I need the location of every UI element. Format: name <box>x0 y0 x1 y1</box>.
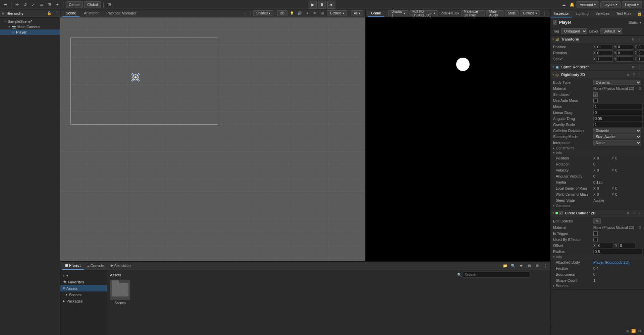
rotation-x-input[interactable] <box>596 50 613 56</box>
tab-animation[interactable]: ▶ Animation <box>107 262 134 270</box>
hierarchy-camera-item[interactable]: ▾ 📷 Main Camera <box>0 24 60 29</box>
grid-icon[interactable]: ⊞ <box>106 1 113 8</box>
layout-button[interactable]: Layout ▾ <box>622 1 642 8</box>
status-icon-3[interactable]: ⚙ <box>638 329 641 333</box>
tab-game[interactable]: Game <box>368 10 384 17</box>
project-more-icon[interactable]: ⋮ <box>542 264 549 268</box>
sleeping-mode-select[interactable]: Start Awake <box>593 134 641 139</box>
stats-btn[interactable]: Stats <box>505 10 519 16</box>
tab-testrun[interactable]: Test Run <box>613 10 634 17</box>
rigidbody-more-icon[interactable]: ⋮ <box>637 73 642 77</box>
body-type-select[interactable]: Dynamic <box>593 80 641 85</box>
project-settings-icon[interactable]: ⚙ <box>534 263 541 269</box>
game-more-icon[interactable]: ⋮ <box>541 11 548 16</box>
tab-animator[interactable]: Animator <box>80 10 102 17</box>
gizmos-dropdown[interactable]: Gizmos ▾ <box>327 10 347 16</box>
static-dropdown[interactable]: ▾ <box>640 21 641 24</box>
sidebar-packages[interactable]: ▸ Packages <box>60 298 107 304</box>
scene-more-icon[interactable]: ⋮ <box>241 11 248 16</box>
transform-more-icon[interactable]: ⋮ <box>637 37 642 42</box>
use-auto-mass-checkbox[interactable] <box>593 98 598 103</box>
circle-collider-header[interactable]: ▾ ✓ Circle Collider 2D ⚙ ? ⋮ <box>550 209 644 217</box>
handle-tr[interactable] <box>138 73 140 75</box>
radius-input[interactable] <box>593 249 642 254</box>
center-button[interactable]: Center <box>66 1 83 8</box>
services-icon[interactable]: 🔔 <box>569 1 575 8</box>
scene-visibility-icon[interactable]: 👁 <box>312 10 318 17</box>
rb-material-picker[interactable]: ⊙ <box>638 86 641 91</box>
scale-tool-icon[interactable]: ⤢ <box>30 1 37 8</box>
account-button[interactable]: Account ▾ <box>577 1 599 8</box>
status-icon-2[interactable]: 📶 <box>631 329 636 333</box>
collision-detection-select[interactable]: Discrete <box>593 128 641 133</box>
rb-info-row[interactable]: ▾ Info <box>550 150 644 155</box>
layer-select[interactable]: Default <box>600 28 622 34</box>
rigidbody-header[interactable]: ▾ ◎ Rigidbody 2D ⚙ ? ⋮ <box>550 71 644 78</box>
collider-material-picker[interactable]: ⊙ <box>638 225 641 230</box>
collider-help-icon[interactable]: ? <box>632 211 636 215</box>
sidebar-assets[interactable]: ▾ Assets <box>60 285 107 291</box>
scale-knob[interactable] <box>448 12 450 14</box>
scene-audio-icon[interactable]: 🔊 <box>296 10 303 17</box>
status-icon-1[interactable]: ⊞ <box>626 329 629 333</box>
sprite-renderer-header[interactable]: ▾ ▣ Sprite Renderer ⚙ ⋮ <box>550 63 644 71</box>
move-tool-icon[interactable]: ✛ <box>14 1 20 8</box>
hierarchy-more-icon[interactable]: ⋮ <box>54 11 58 15</box>
add-icon[interactable]: + <box>62 274 64 278</box>
tab-console[interactable]: ≡ Console <box>84 262 107 270</box>
hierarchy-player-item[interactable]: ▸ ◇ Player <box>0 29 60 35</box>
global-button[interactable]: Global <box>84 1 101 8</box>
gizmos-game-btn[interactable]: Gizmos ▾ <box>520 10 540 16</box>
project-star-icon[interactable]: ★ <box>518 263 525 269</box>
scene-light-icon[interactable]: 💡 <box>288 10 295 17</box>
scale-z-input[interactable] <box>637 56 644 62</box>
scene-fx-icon[interactable]: ✦ <box>304 10 311 17</box>
transform-settings-icon[interactable]: ⚙ <box>631 37 636 42</box>
step-button[interactable]: ⏭ <box>327 1 335 9</box>
mute-btn[interactable]: Mute Audio <box>486 10 504 16</box>
rect-tool-icon[interactable]: ▭ <box>38 1 45 8</box>
hierarchy-lock-icon[interactable]: 🔒 <box>47 11 52 15</box>
angular-drag-input[interactable] <box>593 116 642 121</box>
offset-x-input[interactable] <box>597 243 614 248</box>
asset-scenes[interactable]: Scenes <box>110 280 130 305</box>
layers-button[interactable]: Layers ▾ <box>600 1 621 8</box>
rigidbody-help-icon[interactable]: ? <box>632 73 636 77</box>
display-dropdown[interactable]: Display 1 ▾ <box>388 10 408 16</box>
rotation-z-input[interactable] <box>637 50 644 56</box>
collider-more-icon[interactable]: ⋮ <box>637 211 642 215</box>
rotate-tool-icon[interactable]: ↺ <box>22 1 29 8</box>
go-checkbox[interactable]: ✓ <box>553 20 557 24</box>
project-search-icon[interactable]: 🔍 <box>510 263 517 269</box>
collab-icon[interactable]: ☁ <box>560 1 567 8</box>
attached-body-link[interactable]: Player (Rigidbody 2D) <box>593 260 630 264</box>
custom-tool-icon[interactable]: ✦ <box>54 1 61 8</box>
collider-info-row[interactable]: ▾ Info <box>550 255 644 259</box>
mass-input[interactable] <box>593 104 642 109</box>
sprite-settings-icon[interactable]: ⚙ <box>631 65 636 69</box>
scale-y-input[interactable] <box>616 56 633 62</box>
tab-project[interactable]: ⊞ Project <box>62 262 84 270</box>
handle-bl[interactable] <box>131 79 133 81</box>
pause-button[interactable]: ⏸ <box>318 1 326 9</box>
tag-select[interactable]: Untagged <box>561 28 587 34</box>
scene-content[interactable] <box>60 17 365 261</box>
hierarchy-scene-item[interactable]: ▾ SampleScene* <box>0 19 60 24</box>
handle-br[interactable] <box>138 79 140 81</box>
project-folder-icon[interactable]: 📁 <box>502 263 508 269</box>
search-input[interactable] <box>463 272 530 278</box>
rigidbody-settings-icon[interactable]: ⚙ <box>626 73 631 77</box>
used-by-effector-checkbox[interactable] <box>593 238 598 242</box>
offset-y-input[interactable] <box>619 243 635 248</box>
resolution-dropdown[interactable]: Full HD (1920x1080) ▾ <box>410 10 438 16</box>
shaded-dropdown[interactable]: Shaded ▾ <box>253 10 273 16</box>
edit-collider-btn[interactable]: ✎ <box>593 218 601 224</box>
collider-enabled-checkbox[interactable]: ✓ <box>559 211 563 215</box>
tab-services[interactable]: Services <box>592 10 613 17</box>
tab-inspector[interactable]: Inspector <box>550 10 572 17</box>
all-dropdown[interactable]: All ▾ <box>351 10 363 16</box>
menu-icon[interactable]: ☰ <box>2 1 9 8</box>
position-x-input[interactable] <box>596 44 613 50</box>
is-trigger-checkbox[interactable] <box>593 231 598 236</box>
sidebar-favorites[interactable]: ★ Favorites <box>60 279 107 285</box>
